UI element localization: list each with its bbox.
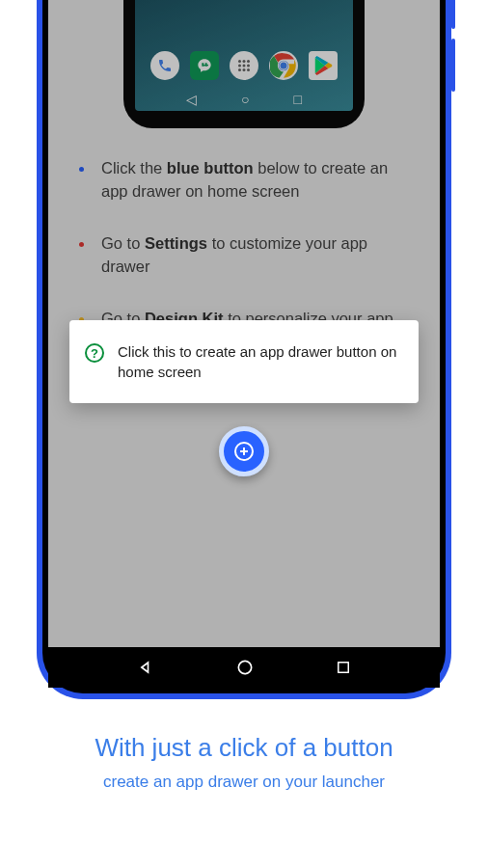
tooltip-card: ? Click this to create an app drawer but… [69, 320, 419, 403]
android-nav-bar [48, 647, 440, 688]
plus-icon [232, 440, 256, 463]
back-button[interactable] [136, 658, 155, 677]
svg-point-15 [238, 661, 251, 673]
caption-subtitle: create an app drawer on your launcher [0, 773, 488, 792]
phone-frame: HOME SETTINGS DESIGN KIT MORE ︿ [37, 0, 451, 699]
screen: HOME SETTINGS DESIGN KIT MORE ︿ [48, 0, 440, 688]
recents-button[interactable] [335, 659, 352, 676]
phone-bezel: HOME SETTINGS DESIGN KIT MORE ︿ [42, 0, 446, 693]
tooltip-text: Click this to create an app drawer butto… [118, 341, 401, 382]
marketing-caption: With just a click of a button create an … [0, 733, 488, 792]
create-drawer-button[interactable] [219, 426, 269, 476]
help-icon: ? [85, 343, 104, 363]
volume-button [451, 0, 455, 29]
svg-rect-16 [338, 663, 348, 673]
power-button [451, 39, 455, 92]
caption-title: With just a click of a button [0, 733, 488, 763]
home-button[interactable] [235, 658, 255, 677]
